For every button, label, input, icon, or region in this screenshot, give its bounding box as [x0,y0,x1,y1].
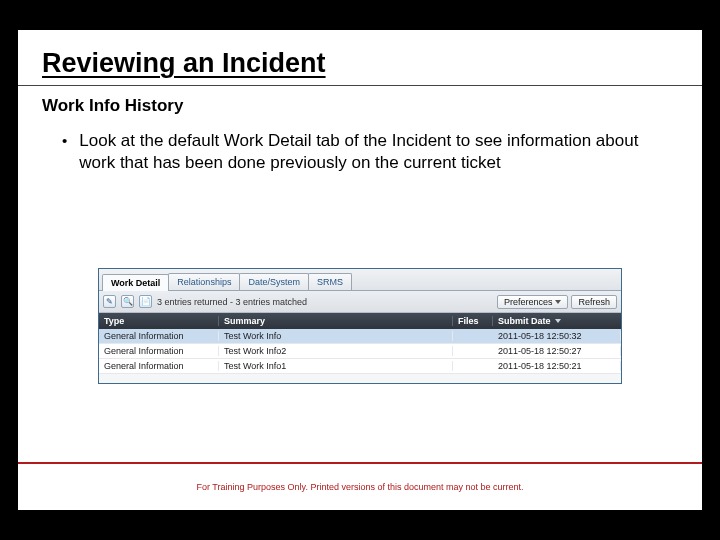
entries-count-text: 3 entries returned - 3 entries matched [157,297,307,307]
create-icon[interactable]: ✎ [103,295,116,308]
cell-summary: Test Work Info1 [219,361,453,371]
chevron-down-icon [555,300,561,304]
preferences-button[interactable]: Preferences [497,295,569,309]
col-header-submit-date[interactable]: Submit Date [493,316,621,326]
slide-subtitle: Work Info History [18,86,702,124]
footer-text: For Training Purposes Only. Printed vers… [18,482,702,492]
tab-work-detail[interactable]: Work Detail [102,274,169,291]
cell-date: 2011-05-18 12:50:27 [493,346,621,356]
cell-type: General Information [99,361,219,371]
report-icon[interactable]: 📄 [139,295,152,308]
tab-bar: Work Detail Relationships Date/System SR… [99,269,621,291]
col-header-type[interactable]: Type [99,316,219,326]
work-detail-screenshot: Work Detail Relationships Date/System SR… [98,268,622,384]
preferences-label: Preferences [504,297,553,307]
table-row[interactable]: General Information Test Work Info1 2011… [99,359,621,374]
table-row[interactable]: General Information Test Work Info 2011-… [99,329,621,344]
bullet-dot: • [62,130,67,152]
grid-body: General Information Test Work Info 2011-… [99,329,621,374]
slide: Reviewing an Incident Work Info History … [18,30,702,510]
bullet-item: • Look at the default Work Detail tab of… [62,130,674,174]
cell-date: 2011-05-18 12:50:21 [493,361,621,371]
col-header-files[interactable]: Files [453,316,493,326]
toolbar-right: Preferences Refresh [497,295,617,309]
cell-date: 2011-05-18 12:50:32 [493,331,621,341]
tab-srms[interactable]: SRMS [308,273,352,290]
col-header-summary[interactable]: Summary [219,316,453,326]
cell-summary: Test Work Info [219,331,453,341]
cell-type: General Information [99,346,219,356]
bullet-text: Look at the default Work Detail tab of t… [79,130,674,174]
footer-rule [18,462,702,464]
refresh-button[interactable]: Refresh [571,295,617,309]
toolbar: ✎ 🔍 📄 3 entries returned - 3 entries mat… [99,291,621,313]
grid-header: Type Summary Files Submit Date [99,313,621,329]
tab-relationships[interactable]: Relationships [168,273,240,290]
cell-summary: Test Work Info2 [219,346,453,356]
slide-title: Reviewing an Incident [18,30,702,85]
sort-desc-icon [555,319,561,323]
cell-type: General Information [99,331,219,341]
view-icon[interactable]: 🔍 [121,295,134,308]
table-row[interactable]: General Information Test Work Info2 2011… [99,344,621,359]
col-header-submit-date-label: Submit Date [498,316,551,326]
bullet-list: • Look at the default Work Detail tab of… [18,124,702,174]
tab-date-system[interactable]: Date/System [239,273,309,290]
toolbar-left: ✎ 🔍 📄 3 entries returned - 3 entries mat… [103,295,307,308]
